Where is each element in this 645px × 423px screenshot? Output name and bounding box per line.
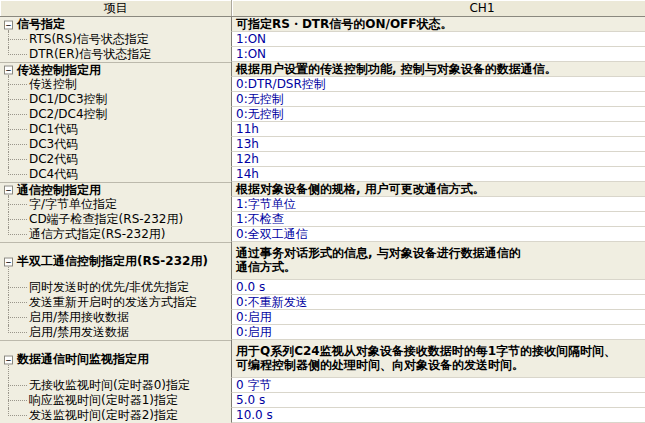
value-text: 0:不重新发送 [236, 295, 308, 310]
item-row: RTS(RS)信号状态指定1:ON [0, 32, 645, 47]
group-description: 可指定RS・DTR信号的ON/OFF状态。 [236, 17, 453, 31]
item-row: DC1代码11h [0, 122, 645, 137]
group-description-cell: 通过事务对话形式的信息, 与对象设备进行数据通信的 通信方式。 [231, 242, 645, 280]
item-row: 启用/禁用接收数据0:启用 [0, 310, 645, 325]
collapse-icon[interactable]: − [4, 186, 13, 195]
header-channel-column: CH1 [231, 0, 645, 16]
item-label-cell: CD端子检查指定(RS-232用) [0, 212, 231, 227]
item-row: 启用/禁用发送数据0:启用 [0, 325, 645, 340]
item-label-cell: RTS(RS)信号状态指定 [0, 32, 231, 47]
item-label: DC1代码 [29, 122, 78, 137]
item-label: 无接收监视时间(定时器0)指定 [29, 378, 190, 393]
item-label: 字/字节单位指定 [29, 197, 117, 212]
item-label-cell: DC4代码 [0, 167, 231, 182]
item-row: DC2代码12h [0, 152, 645, 167]
item-label-cell: DC3代码 [0, 137, 231, 152]
value-cell[interactable]: 0:不重新发送 [231, 295, 645, 310]
item-label-cell: 传送控制 [0, 77, 231, 92]
item-label: DC1/DC3控制 [29, 92, 108, 107]
item-label-cell: 启用/禁用接收数据 [0, 310, 231, 325]
item-row: 同时发送时的优先/非优先指定0.0 s [0, 280, 645, 295]
item-row: DC4代码14h [0, 167, 645, 182]
value-cell[interactable]: 5.0 s [231, 393, 645, 408]
value-cell[interactable]: 14h [231, 167, 645, 182]
item-row: 传送控制0:DTR/DSR控制 [0, 77, 645, 92]
value-cell[interactable]: 1:不检查 [231, 212, 645, 227]
value-text: 14h [236, 167, 259, 181]
parameter-table: 项目 CH1 −信号指定可指定RS・DTR信号的ON/OFF状态。RTS(RS)… [0, 0, 645, 423]
item-label-cell: 响应监视时间(定时器1)指定 [0, 393, 231, 408]
value-cell[interactable]: 12h [231, 152, 645, 167]
group-description: 通过事务对话形式的信息, 与对象设备进行数据通信的 通信方式。 [236, 246, 521, 274]
value-text: 1:ON [236, 47, 266, 61]
value-cell[interactable]: 0.0 s [231, 280, 645, 295]
item-label-cell: DC1代码 [0, 122, 231, 137]
group-description: 根据对象设备侧的规格, 用户可更改通信方式。 [236, 182, 485, 196]
value-cell[interactable]: 0 字节 [231, 378, 645, 393]
collapse-icon[interactable]: − [4, 355, 13, 364]
value-cell[interactable]: 1:ON [231, 47, 645, 62]
item-label-cell: 同时发送时的优先/非优先指定 [0, 280, 231, 295]
value-cell[interactable]: 0:无控制 [231, 92, 645, 107]
group-label: 信号指定 [17, 17, 65, 32]
group-description-cell: 根据用户设置的传送控制功能, 控制与对象设备的数据通信。 [231, 62, 645, 77]
item-row: DC2/DC4控制0:无控制 [0, 107, 645, 122]
group-label: 通信控制指定用 [17, 182, 101, 197]
item-label: DC3代码 [29, 137, 78, 152]
item-label-cell: 字/字节单位指定 [0, 197, 231, 212]
value-cell[interactable]: 11h [231, 122, 645, 137]
item-label-cell: 发送监视时间(定时器2)指定 [0, 408, 231, 423]
value-cell[interactable]: 13h [231, 137, 645, 152]
group-row: −通信控制指定用根据对象设备侧的规格, 用户可更改通信方式。 [0, 182, 645, 197]
value-cell[interactable]: 0:全双工通信 [231, 227, 645, 242]
item-label-cell: DC2代码 [0, 152, 231, 167]
collapse-icon[interactable]: − [4, 66, 13, 75]
header-channel-label: CH1 [469, 1, 494, 15]
value-text: 0:无控制 [236, 107, 284, 122]
item-label-cell: 无接收监视时间(定时器0)指定 [0, 378, 231, 393]
value-text: 0:全双工通信 [236, 227, 308, 242]
item-row: DTR(ER)信号状态指定1:ON [0, 47, 645, 62]
value-text: 11h [236, 122, 259, 136]
item-label: DTR(ER)信号状态指定 [29, 47, 151, 62]
item-label: 响应监视时间(定时器1)指定 [29, 393, 178, 408]
item-row: 响应监视时间(定时器1)指定5.0 s [0, 393, 645, 408]
group-label-cell: −通信控制指定用 [0, 182, 231, 197]
item-row: DC1/DC3控制0:无控制 [0, 92, 645, 107]
item-label: CD端子检查指定(RS-232用) [29, 212, 183, 227]
value-cell[interactable]: 1:ON [231, 32, 645, 47]
item-label: DC4代码 [29, 167, 78, 182]
item-label-cell: 发送重新开启时的发送方式指定 [0, 295, 231, 310]
item-label-cell: DC2/DC4控制 [0, 107, 231, 122]
value-text: 0 字节 [236, 378, 271, 393]
value-cell[interactable]: 0:无控制 [231, 107, 645, 122]
item-label-cell: DC1/DC3控制 [0, 92, 231, 107]
item-label: RTS(RS)信号状态指定 [29, 32, 149, 47]
value-text: 0:启用 [236, 325, 272, 340]
value-cell[interactable]: 10.0 s [231, 408, 645, 423]
group-label: 半双工通信控制指定用(RS-232用) [17, 253, 208, 270]
group-row: −数据通信时间监视指定用用于Q系列C24监视从对象设备接收数据时的每1字节的接收… [0, 340, 645, 378]
group-label-cell: −数据通信时间监视指定用 [0, 340, 231, 378]
group-label-cell: −半双工通信控制指定用(RS-232用) [0, 242, 231, 280]
value-cell[interactable]: 0:DTR/DSR控制 [231, 77, 645, 92]
collapse-icon[interactable]: − [4, 257, 13, 266]
group-description-cell: 用于Q系列C24监视从对象设备接收数据时的每1字节的接收间隔时间、 可编程控制器… [231, 340, 645, 378]
item-row: 字/字节单位指定1:字节单位 [0, 197, 645, 212]
group-description: 用于Q系列C24监视从对象设备接收数据时的每1字节的接收间隔时间、 可编程控制器… [236, 344, 616, 372]
header-item-column: 项目 [0, 0, 231, 16]
value-cell[interactable]: 0:启用 [231, 310, 645, 325]
group-label-cell: −传送控制指定用 [0, 62, 231, 77]
value-cell[interactable]: 0:启用 [231, 325, 645, 340]
item-row: 发送重新开启时的发送方式指定0:不重新发送 [0, 295, 645, 310]
item-row: 通信方式指定(RS-232用)0:全双工通信 [0, 227, 645, 242]
table-header: 项目 CH1 [0, 0, 645, 17]
collapse-icon[interactable]: − [4, 20, 13, 29]
item-label: 通信方式指定(RS-232用) [29, 227, 166, 242]
value-text: 13h [236, 137, 259, 151]
header-item-label: 项目 [104, 0, 128, 17]
value-text: 0.0 s [236, 280, 265, 294]
parameter-table-rows: −信号指定可指定RS・DTR信号的ON/OFF状态。RTS(RS)信号状态指定1… [0, 17, 645, 423]
value-cell[interactable]: 1:字节单位 [231, 197, 645, 212]
value-text: 1:字节单位 [236, 197, 296, 212]
